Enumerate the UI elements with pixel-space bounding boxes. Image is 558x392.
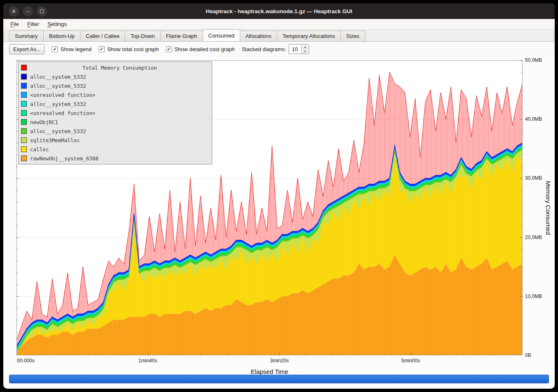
legend-title-row: Total Memory Consumption xyxy=(21,63,209,72)
tab-flame-graph[interactable]: Flame Graph xyxy=(160,31,203,41)
stacked-diagrams-spin-buttons: ▲ ▼ xyxy=(301,45,309,54)
legend-item: newObjRC1 xyxy=(21,117,209,127)
y-tick-40: 40,0MB xyxy=(525,116,542,122)
menu-file-label: ile xyxy=(14,21,19,27)
toolbar: Export As... ✓ Show legend ✓ Show total … xyxy=(3,42,555,56)
show-legend-checkbox-row: ✓ Show legend xyxy=(52,46,91,52)
legend-label: alloc__system_5332 xyxy=(30,74,86,80)
tab-summary[interactable]: Summary xyxy=(9,31,44,41)
legend-label: <unresolved function> xyxy=(30,110,95,116)
legend-item: alloc__system_5332 xyxy=(21,99,209,108)
stacked-diagrams-increment[interactable]: ▲ xyxy=(302,45,309,49)
legend-item: sqlite3MemMalloc xyxy=(21,136,209,145)
stacked-diagrams-decrement[interactable]: ▼ xyxy=(302,49,309,54)
legend-swatch xyxy=(21,128,27,134)
y-tick-20: 20,0MB xyxy=(525,235,542,240)
maximize-glyph xyxy=(40,9,44,13)
legend-item: <unresolved function> xyxy=(21,90,209,99)
stacked-diagrams-label: Stacked diagrams: xyxy=(242,46,286,52)
menu-file[interactable]: File xyxy=(7,20,23,28)
legend-swatch xyxy=(21,83,27,89)
menubar: File Filter Settings xyxy=(3,19,555,30)
legend-swatch xyxy=(21,146,27,152)
minimize-icon[interactable]: – xyxy=(23,6,33,16)
show-total-cost-checkbox-row: ✓ Show total cost graph xyxy=(99,46,159,52)
legend-label: alloc__system_5332 xyxy=(30,101,86,107)
chart-legend: Total Memory Consumption alloc__system_5… xyxy=(18,61,212,164)
legend-item: alloc__system_5332 xyxy=(21,127,209,136)
menu-file-mnemonic: F xyxy=(10,21,14,27)
y-tick-50: 50,0MB xyxy=(525,57,542,63)
tab-sizes[interactable]: Sizes xyxy=(340,31,365,41)
legend-swatch xyxy=(21,101,27,107)
legend-item: alloc__system_5332 xyxy=(21,72,209,81)
heaptrack-window: ✕ – Heaptrack - heaptrack.wakunode.1.gz … xyxy=(3,3,555,389)
show-detailed-cost-label: Show detailed cost graph xyxy=(175,46,235,52)
legend-item: rawNewObj__system_6388 xyxy=(21,154,209,163)
legend-item: <unresolved function> xyxy=(21,108,209,117)
legend-swatch xyxy=(21,92,27,98)
show-legend-checkbox[interactable]: ✓ xyxy=(52,46,58,52)
menu-settings[interactable]: Settings xyxy=(44,20,71,28)
y-tick-30: 30,0MB xyxy=(525,175,542,181)
show-legend-label: Show legend xyxy=(60,46,91,52)
show-detailed-cost-checkbox-row: ✓ Show detailed cost graph xyxy=(166,46,235,52)
tab-temporary-allocations[interactable]: Temporary Allocations xyxy=(277,31,341,41)
window-title: Heaptrack - heaptrack.wakunode.1.gz — He… xyxy=(3,8,555,14)
legend-swatch xyxy=(21,155,27,161)
menu-filter-label: ilter xyxy=(31,21,39,27)
legend-swatch xyxy=(21,137,27,143)
stacked-diagrams-value[interactable]: 10 xyxy=(289,45,301,54)
x-tick-0: 00.000s xyxy=(17,358,35,364)
maximize-icon[interactable] xyxy=(37,6,47,16)
tab-allocations[interactable]: Allocations xyxy=(240,31,277,41)
legend-item: alloc__system_5332 xyxy=(21,81,209,90)
menu-settings-mnemonic: S xyxy=(47,21,51,27)
legend-label: <unresolved function> xyxy=(30,92,95,98)
stacked-diagrams-spinbox[interactable]: 10 ▲ ▼ xyxy=(288,44,309,54)
show-total-cost-checkbox[interactable]: ✓ xyxy=(99,46,105,52)
legend-label: newObjRC1 xyxy=(30,119,58,125)
legend-label: calloc xyxy=(30,146,49,153)
tab-top-down[interactable]: Top-Down xyxy=(125,31,161,41)
y-tick-10: 10,0MB xyxy=(525,293,542,299)
legend-swatch xyxy=(21,110,27,116)
legend-swatch-total xyxy=(21,65,27,70)
x-tick-3: 5min00s xyxy=(401,358,420,364)
legend-label: rawNewObj__system_6388 xyxy=(30,155,99,162)
time-range-slider-area xyxy=(3,373,555,389)
show-detailed-cost-checkbox[interactable]: ✓ xyxy=(166,46,172,52)
window-controls: ✕ – xyxy=(9,6,47,16)
legend-label: alloc__system_5332 xyxy=(30,128,86,134)
x-tick-1: 1min40s xyxy=(138,358,157,364)
x-axis-label: Elapsed Time xyxy=(17,368,523,375)
export-as-button[interactable]: Export As... xyxy=(9,44,45,54)
x-tick-2: 3min20s xyxy=(270,358,288,364)
y-tick-0: 0B xyxy=(525,352,531,358)
memory-consumption-chart: Total Memory Consumption alloc__system_5… xyxy=(3,56,555,373)
menu-settings-label: ettings xyxy=(51,21,67,27)
tabbar: Summary Bottom-Up Caller / Callee Top-Do… xyxy=(3,30,555,42)
menu-filter[interactable]: Filter xyxy=(24,20,43,28)
legend-title: Total Memory Consumption xyxy=(30,65,209,71)
legend-label: sqlite3MemMalloc xyxy=(30,137,80,143)
menu-filter-mnemonic: F xyxy=(27,21,31,27)
legend-label: alloc__system_5332 xyxy=(30,83,86,89)
tab-caller-callee[interactable]: Caller / Callee xyxy=(80,31,125,41)
y-axis-label: Memory Consumed xyxy=(545,60,552,355)
stacked-diagrams-control: Stacked diagrams: 10 ▲ ▼ xyxy=(242,44,309,54)
legend-swatch xyxy=(21,119,27,125)
titlebar: ✕ – Heaptrack - heaptrack.wakunode.1.gz … xyxy=(3,3,555,19)
legend-swatch xyxy=(21,74,27,80)
legend-item: calloc xyxy=(21,145,209,154)
close-icon[interactable]: ✕ xyxy=(9,6,19,16)
tab-bottom-up[interactable]: Bottom-Up xyxy=(43,31,80,41)
tab-consumed[interactable]: Consumed xyxy=(203,29,240,41)
show-total-cost-label: Show total cost graph xyxy=(107,46,159,52)
time-range-slider[interactable] xyxy=(9,375,549,383)
